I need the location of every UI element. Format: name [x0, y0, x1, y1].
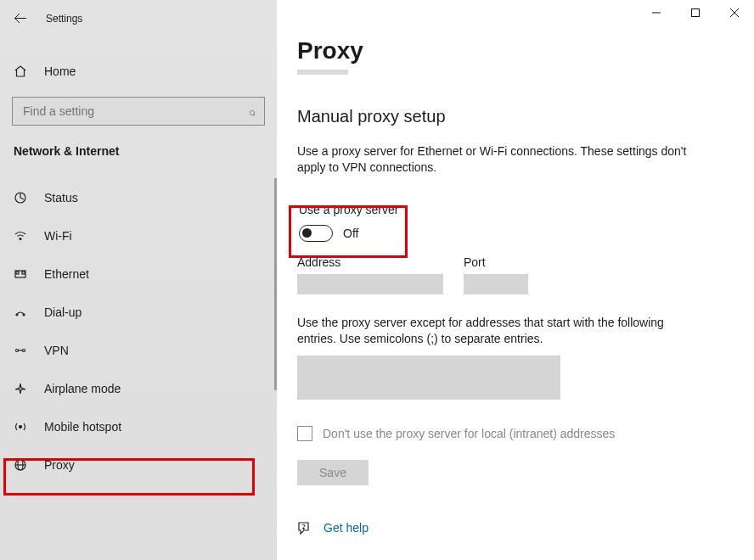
- maximize-button[interactable]: [676, 0, 715, 25]
- ethernet-icon: [14, 267, 29, 281]
- proxy-toggle[interactable]: [299, 225, 333, 242]
- section-heading: Manual proxy setup: [297, 107, 729, 126]
- airplane-icon: [14, 382, 29, 395]
- sidebar-section-title: Network & Internet: [0, 126, 277, 173]
- exceptions-input[interactable]: [297, 356, 560, 400]
- svg-point-9: [20, 425, 22, 428]
- svg-rect-13: [692, 9, 700, 17]
- port-input[interactable]: [464, 274, 528, 294]
- search-box[interactable]: ⌕: [12, 97, 265, 126]
- proxy-toggle-label: Use a proxy server: [299, 203, 416, 216]
- local-bypass-checkbox[interactable]: [297, 426, 312, 441]
- title-underline: [297, 70, 348, 75]
- sidebar-item-wifi[interactable]: Wi-Fi: [0, 216, 277, 255]
- get-help-link[interactable]: Get help: [324, 521, 369, 535]
- nav-label: Status: [44, 191, 78, 204]
- settings-window: 🡠 Settings Home ⌕ Network & Internet: [0, 0, 754, 560]
- nav-label: Dial-up: [44, 305, 82, 319]
- address-port-row: Address Port: [297, 255, 729, 294]
- search-input[interactable]: [21, 104, 234, 119]
- svg-point-7: [16, 349, 19, 351]
- help-icon: [297, 521, 312, 535]
- page-title: Proxy: [297, 37, 729, 64]
- dialup-icon: [14, 305, 29, 319]
- port-label: Port: [464, 255, 528, 269]
- svg-point-16: [303, 528, 304, 529]
- hotspot-icon: [14, 420, 29, 434]
- proxy-toggle-state: Off: [343, 227, 358, 240]
- sidebar-item-dialup[interactable]: Dial-up: [0, 293, 277, 331]
- window-controls: [637, 0, 754, 25]
- nav-label: Ethernet: [44, 267, 89, 281]
- local-bypass-label: Don't use the proxy server for local (in…: [323, 427, 615, 440]
- local-bypass-row[interactable]: Don't use the proxy server for local (in…: [297, 426, 729, 441]
- svg-point-8: [23, 349, 25, 351]
- search-icon: ⌕: [249, 105, 256, 118]
- sidebar-item-status[interactable]: Status: [0, 178, 277, 216]
- nav-label: Mobile hotspot: [44, 420, 121, 434]
- sidebar-home[interactable]: Home: [0, 54, 277, 88]
- nav-label: Airplane mode: [44, 382, 121, 395]
- svg-rect-3: [16, 272, 19, 274]
- sidebar-nav: Status Wi-Fi Ethernet: [0, 173, 277, 484]
- proxy-toggle-section: Use a proxy server Off: [297, 196, 416, 244]
- home-label: Home: [44, 64, 76, 78]
- nav-label: VPN: [44, 344, 69, 357]
- svg-point-1: [20, 238, 21, 239]
- svg-point-5: [16, 314, 18, 316]
- get-help-row[interactable]: Get help: [297, 521, 729, 535]
- back-arrow-icon[interactable]: 🡠: [14, 12, 27, 25]
- sidebar-item-hotspot[interactable]: Mobile hotspot: [0, 407, 277, 445]
- search-container: ⌕: [12, 97, 265, 126]
- save-button[interactable]: Save: [297, 460, 369, 485]
- address-label: Address: [297, 255, 443, 269]
- svg-rect-4: [22, 272, 25, 274]
- content-pane: Proxy Manual proxy setup Use a proxy ser…: [277, 0, 754, 560]
- sidebar-item-vpn[interactable]: VPN: [0, 331, 277, 369]
- svg-point-6: [23, 314, 25, 316]
- vpn-icon: [14, 344, 29, 357]
- home-icon: [14, 64, 29, 78]
- titlebar: 🡠 Settings: [0, 0, 277, 37]
- section-description: Use a proxy server for Ethernet or Wi-Fi…: [297, 143, 705, 176]
- wifi-icon: [14, 229, 29, 243]
- proxy-icon: [14, 458, 29, 472]
- exceptions-label: Use the proxy server except for addresse…: [297, 315, 705, 347]
- sidebar-item-proxy[interactable]: Proxy: [0, 445, 277, 484]
- address-input[interactable]: [297, 274, 443, 294]
- sidebar: 🡠 Settings Home ⌕ Network & Internet: [0, 0, 277, 560]
- sidebar-item-ethernet[interactable]: Ethernet: [0, 255, 277, 293]
- nav-label: Wi-Fi: [44, 229, 72, 243]
- sidebar-item-airplane[interactable]: Airplane mode: [0, 369, 277, 407]
- status-icon: [14, 191, 29, 204]
- close-button[interactable]: [715, 0, 754, 25]
- minimize-button[interactable]: [637, 0, 676, 25]
- nav-label: Proxy: [44, 458, 75, 472]
- app-title: Settings: [46, 13, 82, 25]
